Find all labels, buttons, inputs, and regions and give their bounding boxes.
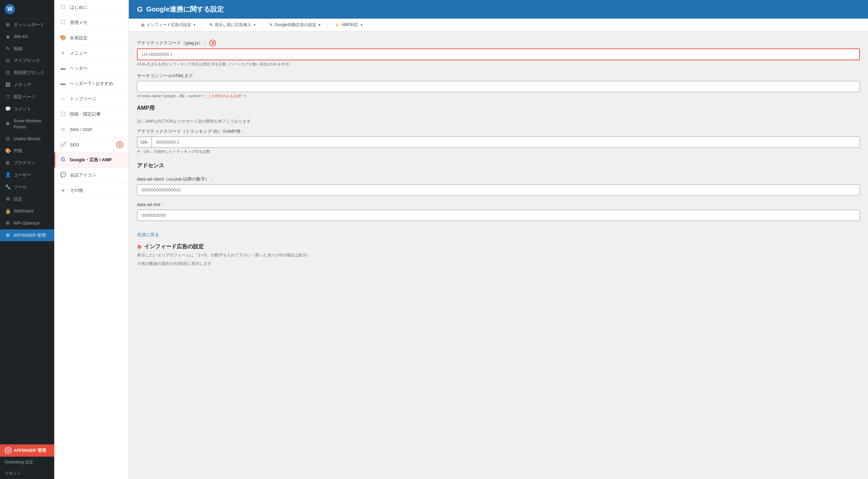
analytics-input[interactable]	[137, 48, 860, 60]
wpoptimize-icon: ⊕	[5, 220, 11, 227]
usefulblocks-icon: ⊡	[5, 136, 11, 142]
sidebar-logo: W	[0, 0, 54, 19]
sidebar-item-settings[interactable]: ⚙ 設定	[0, 193, 54, 205]
google-header-icon: G	[137, 5, 143, 14]
search-console-hint-red: ここの部分のみを記述	[204, 94, 241, 98]
amp-section-title: AMP用	[137, 105, 860, 114]
sub-sidebar-item-posts-fixed[interactable]: ☐ 投稿・固定記事	[54, 107, 129, 122]
affinger-bottom-label[interactable]: ① AFFINGER 管理	[0, 444, 54, 457]
sub-sidebar-item-zentai[interactable]: 🎨 全体設定	[54, 30, 129, 46]
sidebar-item-gutenberg[interactable]: Gutenberg 設定	[0, 457, 54, 468]
sub-sidebar-item-header-under[interactable]: ▬ ヘッダー下 / おすすめ	[54, 76, 129, 91]
hajimeni-icon: ☐	[60, 4, 66, 11]
sub-sidebar-item-kanri[interactable]: ☐ 管理メモ	[54, 15, 129, 30]
search-console-hint: ※<meta name="google-（略）content="ここの部分のみを…	[137, 93, 860, 99]
sidebar-item-usefulblocks[interactable]: ⊡ Useful Blocks	[0, 133, 54, 145]
sidebar-item-tools[interactable]: 🔧 ツール	[0, 181, 54, 193]
sns-icon: ⊂	[60, 126, 66, 133]
sidebar-item-reset[interactable]: リセット	[0, 468, 54, 479]
infeed-section: ⊕ インフィード広告の設定 表示したいエリアのフォームに「1〜9」の数字を入れて…	[137, 243, 860, 267]
dashboard-icon: ⊞	[5, 21, 11, 28]
adsense-client-input[interactable]	[137, 184, 860, 195]
amp-analytics-group: アナリティクスコード（トラッキング ID）※AMP用： UA- ※「UA-」を除…	[137, 128, 860, 154]
other-icon: +	[60, 187, 66, 194]
sub-sidebar-item-sns-ogp[interactable]: ⊂ SNS / OGP	[54, 122, 129, 137]
wp-logo-icon: W	[5, 4, 15, 14]
google-ads-icon: G	[60, 157, 66, 163]
adsense-title: アドセンス	[137, 162, 860, 172]
step-two-badge: ②	[116, 141, 123, 148]
adsense-section: アドセンス data-ad-client（ca-pub-以降の数字）： data…	[137, 162, 860, 221]
sidebar-item-media[interactable]: 🖼 メディア	[0, 79, 54, 91]
ua-prefix-row: UA-	[137, 137, 860, 148]
before-heading-button[interactable]: ✎ 見出し前に広告挿入 ▾	[205, 19, 259, 31]
sub-sidebar-item-header[interactable]: ▬ ヘッダー	[54, 61, 129, 76]
sub-sidebar-item-chat-icon[interactable]: 💬 会話アイコン	[54, 168, 129, 183]
posts-fixed-icon: ☐	[60, 111, 66, 118]
sidebar-item-pages[interactable]: ☐ 固定ページ	[0, 91, 54, 103]
sub-sidebar-item-hajimeni[interactable]: ☐ はじめに	[54, 0, 129, 15]
auto-ads-button[interactable]: ✎ Google自動広告の設定 ▾	[265, 19, 324, 31]
sidebar-item-wpoptimize[interactable]: ⊕ WP-Optimize	[0, 217, 54, 229]
settings-icon: ⚙	[5, 196, 11, 203]
adsense-slot-label: data-ad-slot：	[137, 202, 860, 208]
infeed-note2: ※他の数値の場合のXX割目に表示します	[137, 261, 860, 267]
main-content: G Google連携に関する設定 ⊕ インフィード広告の設定 ▾ ✎ 見出し前に…	[129, 0, 868, 479]
sidebar-item-affinger-admin[interactable]: ⚙ AFFINGER 管理	[0, 229, 54, 242]
seo-icon: 📈	[60, 141, 66, 148]
infeed-icon-bullet: ⊕	[137, 244, 141, 250]
menu-icon: ≡	[60, 50, 66, 57]
sidebar-item-posts[interactable]: ✎ 投稿	[0, 43, 54, 55]
myblocks-icon: ⊡	[5, 58, 11, 64]
users-icon: 👤	[5, 172, 11, 179]
kanri-icon: ☐	[60, 19, 66, 26]
toolbar-divider-2	[262, 20, 262, 30]
search-console-section: サーチコンソールHTMLタグ ※<meta name="google-（略）co…	[137, 73, 860, 99]
search-console-label: サーチコンソールHTMLタグ	[137, 73, 860, 79]
sidebar-item-myblocks[interactable]: ⊡ マイブロック	[0, 55, 54, 67]
header-icon: ▬	[60, 65, 66, 72]
sidebar-item-appearance[interactable]: 🎨 外観	[0, 145, 54, 157]
sidebar: W ⊞ ダッシュボード ◈ Site Kit ✎ 投稿 ⊡ マイブロック ⊡ 再…	[0, 0, 54, 479]
tools-icon: 🔧	[5, 184, 11, 191]
chevron-down-icon-4: ▾	[361, 23, 362, 27]
sidebar-item-siteguard[interactable]: 🔒 SiteGuard	[0, 205, 54, 217]
infeed-ads-button[interactable]: ⊕ インフィード広告の設定 ▾	[137, 19, 199, 31]
sidebar-item-snowmonkey[interactable]: ❋ Snow Monkey Forms	[0, 115, 54, 133]
adsense-client-group: data-ad-client（ca-pub-以降の数字）：	[137, 176, 860, 195]
reusable-icon: ⊡	[5, 69, 11, 76]
amp-analytics-input[interactable]	[152, 137, 860, 148]
sub-sidebar-item-toppage[interactable]: ⌂ トップページ	[54, 91, 129, 107]
amp-section: AMP用 注）AMPはACTIONよりサポート及び開発を終了しております アナリ…	[137, 105, 860, 154]
back-to-top-link[interactable]: 先頭に戻る	[137, 232, 159, 238]
sidebar-item-plugins[interactable]: ⊞ プラグイン	[0, 157, 54, 169]
sub-sidebar-item-menu[interactable]: ≡ メニュー	[54, 46, 129, 61]
comments-icon: 💬	[5, 106, 11, 112]
amp-button[interactable]: ⚡ AMP対応 ▾	[330, 19, 367, 31]
analytics-hint: ※UA-又はG-を含むトラッキングID又は測定 IDを記載（ページタグが無い場合…	[137, 62, 860, 67]
auto-ads-icon: ✎	[269, 22, 273, 27]
pages-icon: ☐	[5, 94, 11, 101]
step-one-badge: ①	[5, 447, 12, 454]
amp-icon: ⚡	[334, 22, 340, 27]
analytics-step-badge: ③	[209, 40, 216, 46]
sub-sidebar-item-other[interactable]: + その他	[54, 183, 129, 198]
ua-prefix-label: UA-	[137, 137, 152, 148]
toppage-icon: ⌂	[60, 96, 66, 102]
plugins-icon: ⊞	[5, 160, 11, 166]
amp-note: 注）AMPはACTIONよりサポート及び開発を終了しております	[137, 119, 860, 124]
sidebar-item-users[interactable]: 👤 ユーザー	[0, 169, 54, 181]
sidebar-item-sitekit[interactable]: ◈ Site Kit	[0, 31, 54, 43]
sidebar-item-reusable[interactable]: ⊡ 再利用ブロック	[0, 67, 54, 79]
sub-sidebar-item-google-ads[interactable]: G Google・広告 / AMP	[54, 152, 129, 168]
sidebar-item-dashboard[interactable]: ⊞ ダッシュボード	[0, 19, 54, 31]
sidebar-item-comments[interactable]: 💬 コメント	[0, 103, 54, 115]
adsense-slot-input[interactable]	[137, 210, 860, 221]
affinger-admin-icon: ⚙	[5, 232, 11, 239]
sub-sidebar-item-seo[interactable]: 📈 SEO ②	[54, 137, 129, 152]
siteguard-icon: 🔒	[5, 208, 11, 215]
toolbar-divider-1	[202, 20, 202, 30]
search-console-input[interactable]	[137, 81, 860, 92]
sidebar-bottom: ① AFFINGER 管理 Gutenberg 設定 リセット	[0, 444, 54, 479]
chevron-down-icon-2: ▾	[254, 23, 255, 27]
